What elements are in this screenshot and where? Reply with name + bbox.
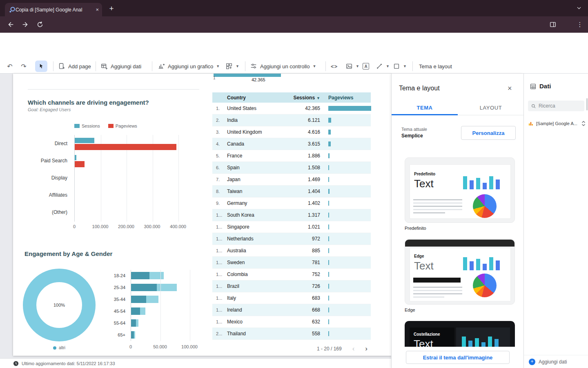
data-source-label: [Sample] Google A... [536,121,579,126]
add-page-button[interactable]: Add page [58,59,91,73]
line-icon [376,63,383,70]
new-tab-button[interactable]: + [106,3,117,14]
add-page-icon [58,63,65,70]
bar-row [75,169,197,186]
row-pageviews [323,213,371,218]
country-header[interactable]: Country [227,95,293,101]
table-row: 9.Germany1.402 [212,197,371,209]
age-bar-segment [136,319,138,327]
sessions-bar [75,155,76,160]
table-row: 1...Brazil726 [212,280,371,292]
row-pageviews [323,153,371,158]
page-next-icon[interactable]: › [365,345,368,352]
data-search-box[interactable] [528,101,584,111]
chevron-down-icon: ▼ [386,64,390,68]
embed-code-button[interactable]: <> [331,59,338,73]
row-country: South Korea [227,212,293,218]
side-panel-icon[interactable] [547,19,559,30]
close-icon[interactable]: × [508,84,512,93]
forward-icon[interactable] [20,19,31,30]
data-freshness-icon [13,361,19,366]
table-row: 1...Sweden781 [212,257,371,269]
search-input[interactable] [539,101,582,111]
customize-button[interactable]: Personalizza [461,126,516,140]
dark-bar [413,278,461,283]
data-source-item[interactable]: [Sample] Google A... [528,119,586,128]
chevron-down-icon[interactable] [576,5,582,13]
country-table[interactable]: Country Sessions▼ Pageviews 1.United Sta… [212,92,371,340]
row-pageviews [323,307,371,312]
tab-close-icon[interactable]: × [96,7,99,13]
cursor-icon [38,63,45,70]
age-bar-segment [131,319,136,327]
undo-icon[interactable]: ↶ [4,59,16,73]
age-bar-segment [131,272,149,279]
row-sessions: 1.508 [293,165,323,171]
pageviews-bar [75,161,85,167]
app-header: Copia di [Sample] Google Analytics Marke… [0,33,588,59]
row-sessions: 1.021 [293,224,323,230]
page-prev-icon[interactable]: ‹ [352,345,355,352]
extract-theme-button[interactable]: Estrai il tema dall'immagine [406,351,510,364]
add-chart-label: Aggiungi un grafico [168,63,213,70]
add-chart-button[interactable]: Aggiungi un grafico ▼ [158,59,220,73]
redo-icon[interactable]: ↷ [18,59,29,73]
row-country: Japan [227,177,293,182]
sessions-header[interactable]: Sessions▼ [293,95,323,101]
table-row: 1...Mexico632 [212,316,371,328]
sessions-bar [75,138,94,143]
add-control-button[interactable]: Aggiungi un controllo ▼ [250,59,316,73]
report-canvas[interactable]: 1 42.365 Which channels are driving enga… [13,74,391,356]
image-tool-button[interactable]: ▼ [345,59,359,73]
tab-layout[interactable]: LAYOUT [458,101,524,115]
shape-tool-button[interactable]: ▼ [393,59,407,73]
category-label: 55-64 [96,317,128,329]
pageviews-bar [328,284,329,289]
theme-name-edge: Edge [405,307,415,312]
theme-card-predefinito[interactable]: Predefinito Text [405,157,515,223]
scrollbar-thumb[interactable] [586,98,588,110]
x-tick-label: 0 [62,224,87,229]
mini-bar-chart [463,173,500,189]
back-icon[interactable] [5,19,16,30]
tab-tema[interactable]: TEMA [392,101,458,115]
theme-layout-button[interactable]: Tema e layout [419,59,452,73]
age-gender-title: Engagement by Age & Gender [24,250,112,257]
community-viz-button[interactable]: ▼ [225,59,239,73]
theme-card-edge[interactable]: Edge Text [405,239,515,305]
legend-dot [53,346,56,350]
row-rank: 1... [212,272,227,277]
row-rank: 1... [212,213,227,218]
row-sessions: 885 [293,248,323,254]
theme-card-costellazione[interactable]: Costellazione Text [405,321,515,347]
channels-bar-chart[interactable] [74,135,197,222]
clipped-value-label: 42.365 [252,77,265,82]
table-header: Country Sessions▼ Pageviews [212,92,371,103]
age-bar-chart[interactable] [131,270,200,341]
row-rank: 1... [212,296,227,301]
row-pageviews [323,165,371,170]
edit-toolbar: ↶ ↷ Add page Aggiungi dati Aggiungi un g… [0,59,588,74]
divider [28,89,199,90]
line-tool-button[interactable]: ▼ [376,59,390,73]
text-tool-button[interactable]: A [363,59,369,73]
row-sessions: 42.365 [293,105,323,111]
table-row: 6.Spain1.508 [212,162,371,174]
row-rank: 1... [212,260,227,265]
pageviews-header[interactable]: Pageviews [323,95,371,101]
add-data-footer[interactable]: + Aggiungi dati [524,355,588,368]
donut-center-label: 100% [23,269,96,341]
row-pageviews [323,118,371,123]
collapse-icon[interactable] [581,121,586,126]
pageviews-bar [328,165,329,170]
add-data-icon [100,63,108,70]
browser-tab[interactable]: Copia di [Sample] Google Anal × [5,3,102,16]
browser-menu-icon[interactable]: ⋮ [574,19,586,30]
select-tool-button[interactable] [35,61,47,72]
add-data-button[interactable]: Aggiungi dati [100,59,141,73]
row-sessions: 726 [293,283,323,289]
row-country: India [227,117,293,123]
table-row: 1...Netherlands972 [212,233,371,245]
reload-icon[interactable] [34,19,46,30]
pageviews-bar [328,272,329,277]
